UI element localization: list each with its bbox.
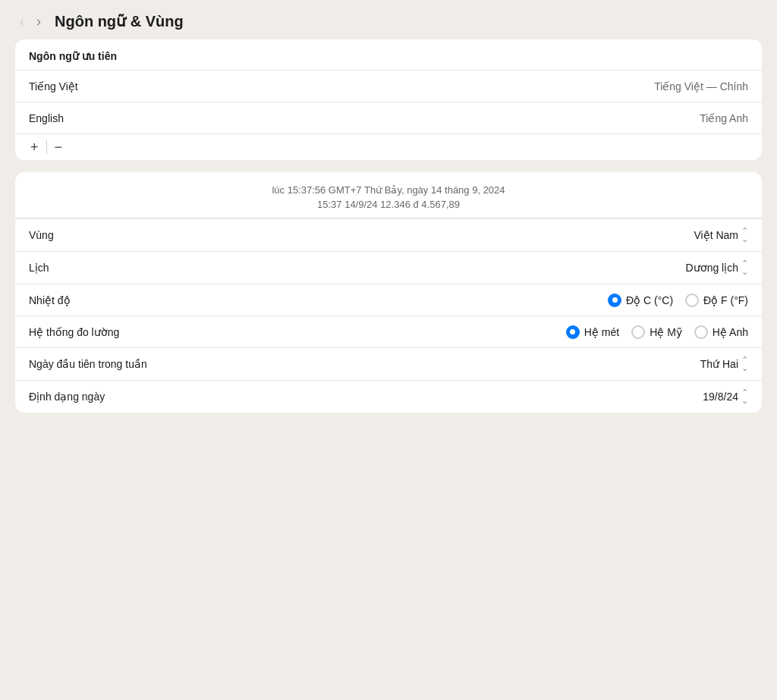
forward-button[interactable]: › — [32, 13, 46, 30]
date-format-value: 19/8/24 — [703, 391, 738, 403]
measurement-radio-group: Hệ mét Hệ Mỹ Hệ Anh — [566, 325, 748, 339]
language-label-english: English — [29, 112, 64, 124]
remove-language-button[interactable]: − — [49, 139, 69, 155]
measurement-uk-option[interactable]: Hệ Anh — [694, 325, 748, 339]
first-day-label: Ngày đầu tiên trong tuần — [29, 358, 147, 370]
first-day-arrows-icon: ⌃⌄ — [741, 356, 748, 372]
first-day-dropdown[interactable]: Thứ Hai ⌃⌄ — [700, 356, 748, 372]
first-day-value: Thứ Hai — [700, 358, 738, 370]
measurement-uk-label: Hệ Anh — [713, 326, 748, 338]
first-day-row[interactable]: Ngày đầu tiên trong tuần Thứ Hai ⌃⌄ — [15, 347, 762, 380]
back-button[interactable]: ‹ — [15, 13, 29, 30]
measurement-label: Hệ thống đo lường — [29, 326, 119, 338]
region-label: Vùng — [29, 229, 54, 241]
region-arrows-icon: ⌃⌄ — [741, 227, 748, 243]
region-row[interactable]: Vùng Việt Nam ⌃⌄ — [15, 218, 762, 251]
language-row-english[interactable]: English Tiếng Anh — [15, 102, 762, 133]
window: ‹ › Ngôn ngữ & Vùng Ngôn ngữ ưu tiên Tiế… — [0, 0, 777, 700]
measurement-metric-label: Hệ mét — [584, 326, 619, 338]
measurement-us-option[interactable]: Hệ Mỹ — [631, 325, 682, 339]
language-value-english: Tiếng Anh — [700, 112, 748, 124]
temperature-fahrenheit-radio[interactable] — [685, 293, 699, 307]
language-row-vietnamese[interactable]: Tiếng Việt Tiếng Việt — Chính — [15, 70, 762, 102]
date-format-dropdown[interactable]: 19/8/24 ⌃⌄ — [703, 388, 748, 405]
measurement-us-label: Hệ Mỹ — [650, 326, 682, 338]
region-value: Việt Nam — [694, 229, 738, 241]
measurement-metric-option[interactable]: Hệ mét — [566, 325, 619, 339]
temperature-row: Nhiệt độ Độ C (°C) Độ F (°F) — [15, 284, 762, 315]
datetime-preview: lúc 15:37:56 GMT+7 Thứ Bảy, ngày 14 thán… — [15, 172, 762, 218]
temperature-fahrenheit-label: Độ F (°F) — [703, 294, 748, 306]
datetime-main: lúc 15:37:56 GMT+7 Thứ Bảy, ngày 14 thán… — [29, 184, 748, 196]
temperature-celsius-radio[interactable] — [608, 293, 621, 307]
calendar-row[interactable]: Lịch Dương lịch ⌃⌄ — [15, 251, 762, 284]
measurement-uk-radio[interactable] — [694, 325, 708, 339]
calendar-dropdown[interactable]: Dương lịch ⌃⌄ — [686, 259, 748, 276]
region-dropdown[interactable]: Việt Nam ⌃⌄ — [694, 227, 748, 243]
language-label-viet: Tiếng Việt — [29, 80, 78, 93]
measurement-metric-radio[interactable] — [566, 325, 580, 339]
page-title: Ngôn ngữ & Vùng — [55, 12, 184, 30]
calendar-value: Dương lịch — [686, 262, 738, 274]
language-card: Ngôn ngữ ưu tiên Tiếng Việt Tiếng Việt —… — [15, 39, 762, 160]
temperature-celsius-label: Độ C (°C) — [626, 294, 673, 306]
temperature-celsius-option[interactable]: Độ C (°C) — [608, 293, 673, 307]
datetime-card: lúc 15:37:56 GMT+7 Thứ Bảy, ngày 14 thán… — [15, 172, 762, 413]
add-language-button[interactable]: + — [24, 139, 45, 155]
date-format-label: Định dạng ngày — [29, 391, 105, 403]
toolbar: ‹ › Ngôn ngữ & Vùng — [0, 0, 777, 39]
language-value-viet: Tiếng Việt — Chính — [654, 80, 748, 93]
measurement-us-radio[interactable] — [631, 325, 645, 339]
temperature-radio-group: Độ C (°C) Độ F (°F) — [608, 293, 748, 307]
language-section-header: Ngôn ngữ ưu tiên — [15, 39, 762, 70]
date-format-arrows-icon: ⌃⌄ — [741, 388, 748, 405]
measurement-row: Hệ thống đo lường Hệ mét Hệ Mỹ Hệ Anh — [15, 315, 762, 347]
divider — [46, 140, 47, 154]
calendar-label: Lịch — [29, 262, 49, 274]
calendar-arrows-icon: ⌃⌄ — [741, 259, 748, 276]
add-remove-row: + − — [15, 133, 762, 160]
datetime-formats: 15:37 14/9/24 12.346 đ 4.567,89 — [29, 199, 748, 210]
temperature-label: Nhiệt độ — [29, 294, 71, 306]
temperature-fahrenheit-option[interactable]: Độ F (°F) — [685, 293, 748, 307]
date-format-row[interactable]: Định dạng ngày 19/8/24 ⌃⌄ — [15, 380, 762, 413]
